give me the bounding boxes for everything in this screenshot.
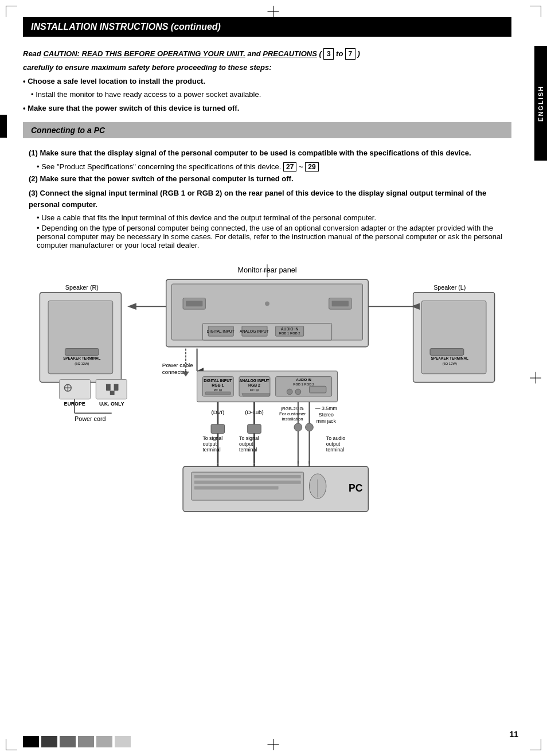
- num-box-7: 7: [345, 48, 355, 60]
- svg-text:output: output: [326, 441, 341, 447]
- svg-rect-61: [309, 386, 326, 393]
- svg-point-76: [294, 423, 302, 431]
- svg-text:SPEAKER TERMINAL: SPEAKER TERMINAL: [431, 356, 468, 360]
- svg-text:(6Ω 12W): (6Ω 12W): [443, 362, 457, 365]
- num-box-3: 3: [323, 48, 334, 60]
- svg-rect-23: [65, 349, 99, 356]
- intro-bullet1: • Choose a safe level location to instal…: [23, 76, 511, 87]
- crosshair-bottom: [274, 739, 274, 750]
- svg-text:output: output: [239, 441, 253, 447]
- svg-text:mini jack: mini jack: [317, 418, 337, 424]
- svg-text:Power cable: Power cable: [162, 362, 193, 368]
- color-block-5: [96, 736, 112, 747]
- svg-text:To signal: To signal: [202, 435, 222, 441]
- page-ref-27: 27: [283, 162, 296, 172]
- page-container: ENGLISH INSTALLATION INSTRUCTIONS (conti…: [0, 0, 547, 756]
- intro-bullet2: • Make sure that the power switch of thi…: [23, 103, 511, 114]
- svg-text:To audio: To audio: [326, 435, 345, 441]
- svg-rect-39: [110, 391, 115, 395]
- corner-mark-bl: [6, 739, 17, 750]
- svg-text:U.K. ONLY: U.K. ONLY: [99, 401, 124, 407]
- connection-diagram: Monitor rear panel: [23, 259, 511, 528]
- svg-text:terminal: terminal: [202, 447, 220, 453]
- svg-point-5: [265, 301, 269, 306]
- svg-text:DIGITAL INPUT: DIGITAL INPUT: [207, 329, 235, 333]
- svg-text:Power cord: Power cord: [75, 415, 106, 422]
- corner-mark-tr: [530, 6, 541, 17]
- svg-rect-7: [186, 301, 202, 306]
- color-block-4: [78, 736, 94, 747]
- svg-point-60: [295, 389, 301, 395]
- svg-text:ANALOG INPUT: ANALOG INPUT: [240, 329, 269, 333]
- instruction-item-1: (1) Make sure that the display signal of…: [29, 147, 511, 159]
- svg-rect-29: [430, 349, 464, 356]
- svg-text:RGB 1: RGB 1: [212, 383, 224, 387]
- svg-rect-32: [60, 380, 91, 399]
- section-intro: Read CAUTION: READ THIS BEFORE OPERATING…: [23, 48, 511, 114]
- svg-text:(6Ω 12W): (6Ω 12W): [75, 362, 89, 365]
- svg-point-59: [287, 389, 292, 395]
- corner-mark-br: [530, 739, 541, 750]
- svg-rect-91: [194, 486, 279, 490]
- svg-text:Speaker (R): Speaker (R): [65, 284, 99, 291]
- item1-sub: • See "Product Specifications" concernin…: [29, 162, 511, 172]
- svg-text:To signal: To signal: [239, 435, 259, 441]
- svg-text:RGB 1  RGB 2: RGB 1 RGB 2: [279, 332, 300, 335]
- svg-text:For customer: For customer: [279, 411, 306, 416]
- bottom-color-blocks: [23, 736, 131, 747]
- svg-text:Speaker (L): Speaker (L): [433, 284, 466, 291]
- svg-text:PC: PC: [349, 482, 363, 494]
- svg-text:Stereo: Stereo: [319, 412, 334, 418]
- item3-sub1: • Use a cable that fits the input termin…: [29, 213, 511, 222]
- svg-text:PC ⊟: PC ⊟: [213, 388, 222, 392]
- svg-text:AUDIO IN: AUDIO IN: [296, 378, 311, 381]
- svg-text:RGB 2: RGB 2: [248, 383, 260, 387]
- svg-text:RGB 1  RGB 2: RGB 1 RGB 2: [293, 383, 314, 386]
- color-block-3: [60, 736, 76, 747]
- intro-bullet1-sub: • Install the monitor to have ready acce…: [23, 89, 511, 100]
- color-block-6: [115, 736, 131, 747]
- item3-num: (3): [29, 189, 40, 197]
- corner-mark-tl: [6, 6, 17, 17]
- svg-text:terminal: terminal: [239, 447, 257, 453]
- main-content: INSTALLATION INSTRUCTIONS (continued) Re…: [0, 0, 534, 545]
- svg-rect-9: [332, 301, 349, 306]
- instruction-item-2: (2) Make sure that the power switch of t…: [29, 173, 511, 185]
- svg-marker-55: [242, 393, 270, 396]
- svg-rect-90: [194, 481, 301, 484]
- svg-rect-75: [248, 424, 261, 434]
- item1-num: (1): [29, 149, 40, 157]
- svg-text:installation: installation: [282, 416, 303, 422]
- item3-sub2: • Depending on the type of personal comp…: [29, 224, 511, 250]
- english-label: ENGLISH: [537, 85, 544, 122]
- svg-text:SPEAKER TERMINAL: SPEAKER TERMINAL: [63, 356, 100, 360]
- svg-rect-50: [205, 392, 230, 395]
- svg-text:(RGB-2/3G:: (RGB-2/3G:: [280, 406, 304, 411]
- page-number: 11: [509, 730, 518, 739]
- svg-text:— 3.5mm: — 3.5mm: [315, 406, 337, 411]
- svg-rect-74: [211, 424, 225, 434]
- instruction-item-3: (3) Connect the signal input terminal (R…: [29, 188, 511, 210]
- color-block-2: [41, 736, 57, 747]
- page-ref-29: 29: [305, 162, 318, 172]
- instructions-list: (1) Make sure that the display signal of…: [23, 147, 511, 250]
- svg-text:terminal: terminal: [326, 447, 344, 453]
- connecting-header: Connecting to a PC: [23, 122, 511, 138]
- crosshair-right: [530, 378, 541, 379]
- svg-text:ANALOG INPUT: ANALOG INPUT: [239, 379, 269, 383]
- svg-rect-38: [114, 384, 119, 391]
- svg-rect-36: [96, 380, 127, 399]
- item2-num: (2): [29, 174, 40, 183]
- diagram-area: Monitor rear panel: [23, 259, 511, 528]
- item1-text: Make sure that the display signal of the…: [40, 149, 471, 157]
- intro-line2: carefully to ensure maximum safety befor…: [23, 62, 511, 73]
- english-sidebar: ENGLISH: [534, 46, 547, 161]
- left-decoration: [0, 115, 7, 138]
- intro-read-text: Read CAUTION: READ THIS BEFORE OPERATING…: [23, 49, 322, 58]
- item3-text: Connect the signal input terminal (RGB 1…: [29, 189, 486, 209]
- crosshair-top: [274, 6, 274, 17]
- intro-line1: Read CAUTION: READ THIS BEFORE OPERATING…: [23, 48, 511, 60]
- color-block-1: [23, 736, 39, 747]
- item2-text: Make sure that the power switch of the p…: [40, 174, 294, 183]
- svg-text:PC ⊟: PC ⊟: [250, 388, 259, 392]
